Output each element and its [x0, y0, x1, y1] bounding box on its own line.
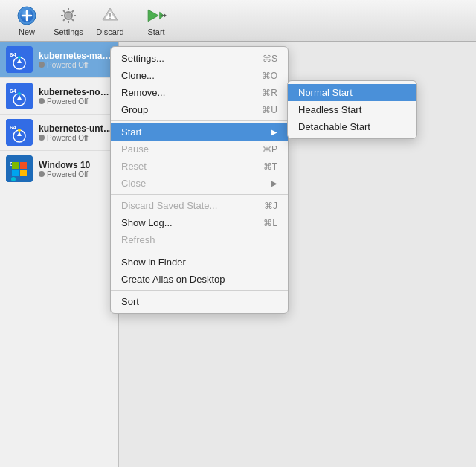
menu-separator-1	[111, 120, 288, 121]
svg-point-13	[66, 13, 71, 18]
start-label: Start	[147, 28, 164, 36]
menu-separator-3	[111, 251, 288, 251]
menu-item-start[interactable]: Start ▶	[111, 123, 288, 141]
settings-icon	[58, 5, 79, 26]
vm-name-kubernetes-unta: kubernetes-unta...	[39, 123, 112, 134]
menu-item-pause: Pause ⌘P	[111, 141, 288, 158]
svg-line-10	[72, 19, 74, 20]
svg-text:64: 64	[10, 124, 16, 131]
svg-point-33	[18, 129, 21, 132]
svg-marker-18	[148, 10, 158, 22]
menu-item-discard-saved: Discard Saved State... ⌘J	[111, 197, 288, 214]
svg-point-29	[18, 92, 21, 95]
vm-status-kubernetes-master: Powered Off	[39, 61, 112, 69]
start-button[interactable]: Start	[132, 2, 180, 39]
svg-marker-21	[164, 13, 167, 17]
vm-name-kubernetes-node: kubernetes-nod...	[39, 87, 112, 97]
discard-icon	[100, 5, 120, 26]
svg-point-40	[11, 177, 16, 181]
svg-rect-36	[12, 170, 19, 176]
sidebar: 64 kubernetes-master Powered Off 64	[0, 42, 119, 467]
svg-rect-34	[6, 155, 33, 182]
menu-separator-4	[111, 290, 288, 291]
discard-label: Discard	[96, 28, 123, 36]
menu-item-sort[interactable]: Sort	[111, 293, 288, 310]
svg-text:64: 64	[10, 88, 16, 94]
svg-line-11	[72, 10, 74, 12]
vm-icon-windows10: 64	[6, 155, 33, 182]
new-button[interactable]: New	[7, 2, 46, 39]
settings-button[interactable]: Settings	[49, 2, 88, 39]
vm-icon-kubernetes-master: 64	[6, 46, 33, 73]
vm-item-windows10[interactable]: 64 Windows 10 Powered Off	[0, 151, 118, 187]
menu-item-create-alias[interactable]: Create Alias on Desktop	[111, 271, 288, 288]
menu-item-refresh: Refresh	[111, 231, 288, 248]
svg-point-17	[109, 17, 111, 19]
submenu-item-normal-start[interactable]: Normal Start	[288, 84, 416, 101]
menu-item-settings[interactable]: Settings... ⌘S	[111, 50, 288, 67]
new-icon	[16, 5, 37, 26]
submenu-item-headless-start[interactable]: Headless Start	[288, 101, 416, 118]
svg-text:64: 64	[10, 51, 16, 58]
svg-line-12	[63, 19, 65, 20]
status-dot	[39, 98, 45, 104]
toolbar: New Settings	[0, 0, 476, 42]
context-menu: Settings... ⌘S Clone... ⌘O Remove... ⌘R …	[110, 46, 289, 314]
start-icon	[146, 5, 167, 26]
vm-item-kubernetes-node[interactable]: 64 kubernetes-nod... Powered Off	[0, 78, 118, 115]
vm-status-windows10: Powered Off	[39, 170, 90, 178]
status-dot	[39, 62, 45, 68]
vm-icon-kubernetes-unta: 64	[6, 119, 33, 146]
svg-rect-39	[20, 162, 27, 169]
svg-line-9	[63, 10, 65, 12]
vm-item-kubernetes-master[interactable]: 64 kubernetes-master Powered Off	[0, 42, 118, 78]
settings-label: Settings	[54, 28, 83, 36]
vm-item-kubernetes-unta[interactable]: 64 kubernetes-unta... Powered Off	[0, 115, 118, 151]
svg-rect-38	[12, 162, 19, 169]
submenu: Normal Start Headless Start Detachable S…	[287, 80, 417, 139]
menu-item-reset: Reset ⌘T	[111, 158, 288, 175]
vm-icon-kubernetes-node: 64	[6, 83, 33, 109]
vm-name-kubernetes-master: kubernetes-master	[39, 51, 112, 61]
menu-item-show-in-finder[interactable]: Show in Finder	[111, 254, 288, 271]
vm-status-kubernetes-node: Powered Off	[39, 97, 112, 106]
submenu-item-detachable-start[interactable]: Detachable Start	[288, 118, 416, 135]
svg-point-25	[18, 56, 21, 59]
menu-item-clone[interactable]: Clone... ⌘O	[111, 67, 288, 84]
new-label: New	[19, 28, 35, 36]
status-dot	[39, 135, 45, 141]
status-dot	[39, 171, 45, 177]
close-arrow-icon: ▶	[271, 179, 277, 187]
vm-name-windows10: Windows 10	[39, 160, 90, 170]
menu-item-remove[interactable]: Remove... ⌘R	[111, 84, 288, 101]
menu-separator-2	[111, 194, 288, 195]
menu-item-show-log[interactable]: Show Log... ⌘L	[111, 214, 288, 231]
svg-rect-37	[20, 170, 27, 176]
menu-item-group[interactable]: Group ⌘U	[111, 101, 288, 118]
submenu-arrow-icon: ▶	[271, 128, 277, 136]
discard-button[interactable]: Discard	[91, 2, 129, 39]
vm-status-kubernetes-unta: Powered Off	[39, 134, 112, 142]
menu-item-close: Close ▶	[111, 175, 288, 192]
